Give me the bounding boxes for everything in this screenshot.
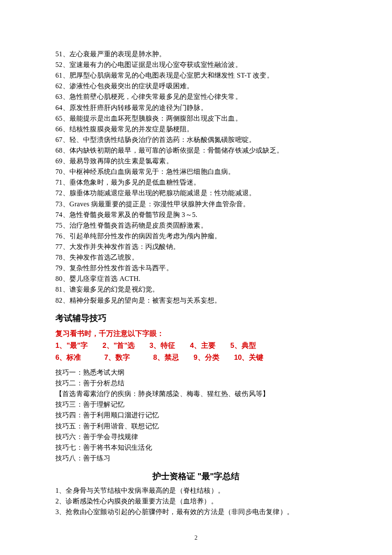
- list1-item: 61、肥厚型心肌病最常见的心电图表现是心室肥大和继发性 ST-T 改变。: [55, 70, 337, 81]
- list1-item: 71、垂体危象时，最为多见的是低血糖性昏迷。: [55, 177, 337, 188]
- list1-item: 66、结核性腹膜炎最常见的并发症是肠梗阻。: [55, 124, 337, 135]
- kw-3: 3、特征: [150, 341, 175, 349]
- tips-item: 技巧四：善于利用顺口溜进行记忆: [55, 410, 337, 421]
- list1-item: 76、引起单纯部分性发作的病因首先考虑为颅内肿瘤。: [55, 231, 337, 242]
- list2-item: 1、全身骨与关节结核中发病率最高的是（脊柱结核）。: [55, 486, 337, 496]
- list1-item: 65、最能提示是出血坏死型胰腺炎：两侧腹部出现皮下出血。: [55, 113, 337, 124]
- list1-item: 75、治疗急性脊髓炎首选药物是皮质类固醇激素。: [55, 220, 337, 231]
- document-page: 51、左心衰最严重的表现是肺水肿。52、室速最有力的心电图证据是出现心室夺获或室…: [0, 0, 392, 555]
- tips-item: 技巧八：善于练习: [55, 453, 337, 464]
- section-heading-exam-tips: 考试辅导技巧: [55, 312, 337, 324]
- list1-item: 67、轻、中型溃疡性结肠炎治疗的首选药：水杨酸偶氮磺胺嘧啶。: [55, 135, 337, 145]
- list1-item: 81、谵妄最多见的幻觉是视幻觉。: [55, 284, 337, 295]
- tips-item: 技巧五：善于利用谐音、联想记忆: [55, 421, 337, 432]
- heading2-suffix: 字总结: [214, 471, 239, 481]
- tips-item: 技巧七：善于将书本知识生活化: [55, 442, 337, 453]
- red-keywords-block: 复习看书时，千万注意以下字眼： 1、"最"字 2、"首"选 3、特征 4、主要 …: [55, 327, 337, 363]
- list1-item: 52、室速最有力的心电图证据是出现心室夺获或室性融洽波。: [55, 60, 337, 70]
- study-tips-block: 技巧一：熟悉考试大纲技巧二：善于分析总结【首选青霉素治疗的疾病：肺炎球菌感染、梅…: [55, 367, 337, 464]
- section-heading-zui-summary: 护士资格证 "最"字总结: [55, 470, 337, 483]
- heading2-quote: "最": [197, 471, 214, 481]
- kw-7: 7、数字: [104, 353, 130, 361]
- list1-item: 69、最易导致再障的抗生素是氯霉素。: [55, 156, 337, 167]
- list1-item: 70、中枢神经系统白血病最常见于：急性淋巴细胞白血病。: [55, 167, 337, 177]
- kw-4: 4、主要: [190, 341, 216, 349]
- kw-1: 1、"最"字: [55, 341, 88, 349]
- list1-item: 82、精神分裂最多见的望向是：被害妄想与关系妄想。: [55, 295, 337, 306]
- list1-item: 68、体内缺铁初期的最早，最可靠的诊断依据是：骨髓储存铁减少或缺乏。: [55, 145, 337, 156]
- list1-item: 80、婴儿痉挛症首选 ACTH.: [55, 274, 337, 284]
- tips-item: 技巧一：熟悉考试大纲: [55, 367, 337, 378]
- page-number: 2: [55, 533, 337, 543]
- red-keywords-row-1: 1、"最"字 2、"首"选 3、特征 4、主要 5、典型: [55, 339, 337, 351]
- kw-2: 2、"首"选: [102, 341, 135, 349]
- tips-item: 【首选青霉素治疗的疾病：肺炎球菌感染、梅毒、猩红热、破伤风等】: [55, 389, 337, 399]
- list1-item: 77、大发作并失神发作首选：丙戊酸钠。: [55, 242, 337, 252]
- kw-6: 6、标准: [55, 353, 81, 361]
- list1-item: 74、急性脊髓炎最常累及的脊髓节段是胸 3～5.: [55, 210, 337, 220]
- list1-item: 73、Graves 病最重要的提正是：弥漫性甲状腺肿大伴血管杂音。: [55, 199, 337, 210]
- list1-item: 62、渗液性心包炎最突出的症状是呼吸困难。: [55, 81, 337, 92]
- list2-item: 2、诊断感染性心内膜炎的最重要方法是（血培养）。: [55, 496, 337, 507]
- numbered-list-block-2: 1、全身骨与关节结核中发病率最高的是（脊柱结核）。2、诊断感染性心内膜炎的最重要…: [55, 486, 337, 517]
- heading2-prefix: 护士资格证: [153, 471, 197, 481]
- red-keywords-row-2: 6、标准 7、数字 8、禁忌 9、分类 10、关键: [55, 351, 337, 363]
- list1-item: 63、急性前壁心肌梗死，心律失常最多见的是室性心律失常。: [55, 92, 337, 102]
- kw-9: 9、分类: [193, 353, 219, 361]
- list2-item: 3、抢救由心室颤动引起的心脏骤停时，最有效的方法是（非同步电击复律）。: [55, 507, 337, 517]
- tips-item: 技巧二：善于分析总结: [55, 378, 337, 389]
- list1-item: 51、左心衰最严重的表现是肺水肿。: [55, 49, 337, 60]
- list1-item: 78、失神发作首选乙琥胺。: [55, 252, 337, 263]
- list1-item: 79、复杂性部分性发作首选卡马西平。: [55, 263, 337, 274]
- kw-10: 10、关键: [234, 353, 263, 361]
- numbered-list-block-1: 51、左心衰最严重的表现是肺水肿。52、室速最有力的心电图证据是出现心室夺获或室…: [55, 49, 337, 306]
- tips-item: 技巧三：善于理解记忆: [55, 399, 337, 410]
- list1-item: 72、腺垂体功能减退症最早出现的靶腺功能减退是：性功能减退。: [55, 188, 337, 199]
- tips-item: 技巧六：善于学会寻找规律: [55, 432, 337, 442]
- red-intro-line: 复习看书时，千万注意以下字眼：: [55, 327, 337, 339]
- kw-5: 5、典型: [230, 341, 256, 349]
- list1-item: 64、原发性肝癌肝内转移最常见的途径为门静脉。: [55, 103, 337, 113]
- kw-8: 8、禁忌: [153, 353, 179, 361]
